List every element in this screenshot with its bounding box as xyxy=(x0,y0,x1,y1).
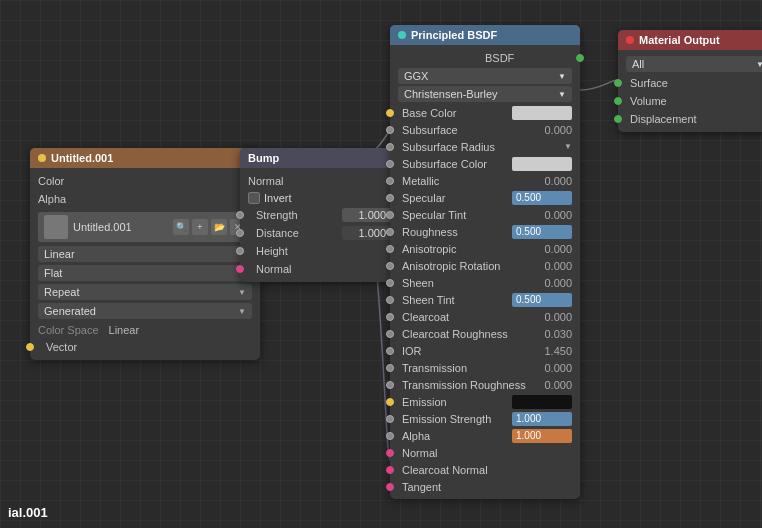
principled-alpha-bar-value: 1.000 xyxy=(516,430,541,441)
principled-specular-tint-socket[interactable] xyxy=(386,211,394,219)
principled-clearcoat-normal-label: Clearcoat Normal xyxy=(398,464,572,476)
principled-bsdf-output-label: BSDF xyxy=(485,52,572,64)
principled-clearcoat-normal-row: Clearcoat Normal xyxy=(390,461,580,478)
principled-clearcoat-roughness-socket[interactable] xyxy=(386,330,394,338)
projection-value: Generated xyxy=(44,305,96,317)
principled-sheen-tint-label: Sheen Tint xyxy=(398,294,512,306)
bump-height-socket[interactable] xyxy=(236,247,244,255)
bump-normal-input-label: Normal xyxy=(248,263,392,275)
texture-node-header: Untitled.001 xyxy=(30,148,260,168)
principled-ior-row: IOR 1.450 xyxy=(390,342,580,359)
principled-specular-label: Specular xyxy=(398,192,512,204)
material-output-volume-socket[interactable] xyxy=(614,97,622,105)
principled-anisotropic-socket[interactable] xyxy=(386,245,394,253)
principled-roughness-socket[interactable] xyxy=(386,228,394,236)
material-output-displacement-label: Displacement xyxy=(626,113,697,125)
principled-sheen-tint-bar[interactable]: 0.500 xyxy=(512,293,572,307)
material-output-dot xyxy=(626,36,634,44)
principled-roughness-bar[interactable]: 0.500 xyxy=(512,225,572,239)
extension-value: Flat xyxy=(44,267,62,279)
interpolation-value: Linear xyxy=(44,248,75,260)
bump-node: Bump Normal Invert Strength 1.000 Distan… xyxy=(240,148,400,282)
extension-dropdown[interactable]: Flat xyxy=(38,265,252,281)
principled-subsurface-socket[interactable] xyxy=(386,126,394,134)
principled-sheen-tint-socket[interactable] xyxy=(386,296,394,304)
texture-browse-icon[interactable]: 🔍 xyxy=(173,219,189,235)
principled-specular-tint-value: 0.000 xyxy=(537,209,572,221)
texture-new-icon[interactable]: + xyxy=(192,219,208,235)
bump-normal-socket-in[interactable] xyxy=(236,265,244,273)
principled-anisotropic-rotation-socket[interactable] xyxy=(386,262,394,270)
texture-title: Untitled.001 xyxy=(51,152,113,164)
bump-strength-value[interactable]: 1.000 xyxy=(342,208,392,222)
principled-alpha-bar[interactable]: 1.000 xyxy=(512,429,572,443)
principled-ior-socket[interactable] xyxy=(386,347,394,355)
principled-alpha-socket[interactable] xyxy=(386,432,394,440)
bump-invert-checkbox[interactable] xyxy=(248,192,260,204)
principled-distribution-dropdown[interactable]: GGX xyxy=(398,68,572,84)
principled-roughness-label: Roughness xyxy=(398,226,512,238)
principled-anisotropic-rotation-value: 0.000 xyxy=(537,260,572,272)
principled-sheen-label: Sheen xyxy=(398,277,537,289)
principled-base-color-socket[interactable] xyxy=(386,109,394,117)
principled-clearcoat-normal-socket[interactable] xyxy=(386,466,394,474)
principled-emission-strength-socket[interactable] xyxy=(386,415,394,423)
material-output-volume-row: Volume xyxy=(618,92,762,110)
principled-transmission-socket[interactable] xyxy=(386,364,394,372)
principled-specular-bar[interactable]: 0.500 xyxy=(512,191,572,205)
principled-metallic-socket[interactable] xyxy=(386,177,394,185)
principled-tangent-socket[interactable] xyxy=(386,483,394,491)
material-output-surface-socket[interactable] xyxy=(614,79,622,87)
principled-subsurface-color-swatch[interactable] xyxy=(512,157,572,171)
bump-strength-socket[interactable] xyxy=(236,211,244,219)
bump-normal-output-label: Normal xyxy=(248,175,392,187)
principled-emission-strength-bar[interactable]: 1.000 xyxy=(512,412,572,426)
principled-subsurface-radius-arrow: ▼ xyxy=(564,142,572,151)
principled-subsurface-radius-socket[interactable] xyxy=(386,143,394,151)
material-output-displacement-socket[interactable] xyxy=(614,115,622,123)
principled-transmission-roughness-socket[interactable] xyxy=(386,381,394,389)
principled-specular-socket[interactable] xyxy=(386,194,394,202)
principled-clearcoat-socket[interactable] xyxy=(386,313,394,321)
principled-node-body: BSDF GGX Christensen-Burley Base Color S… xyxy=(390,45,580,499)
principled-subsurface-method-dropdown[interactable]: Christensen-Burley xyxy=(398,86,572,102)
principled-distribution-value: GGX xyxy=(404,70,428,82)
principled-subsurface-color-row: Subsurface Color xyxy=(390,155,580,172)
principled-emission-socket[interactable] xyxy=(386,398,394,406)
bump-distance-label: Distance xyxy=(248,227,338,239)
interpolation-dropdown[interactable]: Linear xyxy=(38,246,252,262)
bump-strength-row: Strength 1.000 xyxy=(240,206,400,224)
principled-subsurface-color-socket[interactable] xyxy=(386,160,394,168)
principled-metallic-value: 0.000 xyxy=(537,175,572,187)
texture-color-row: Color xyxy=(30,172,260,190)
principled-bsdf-socket[interactable] xyxy=(576,54,584,62)
bump-distance-socket[interactable] xyxy=(236,229,244,237)
principled-clearcoat-roughness-row: Clearcoat Roughness 0.030 xyxy=(390,325,580,342)
bump-normal-output: Normal xyxy=(240,172,400,190)
principled-sheen-socket[interactable] xyxy=(386,279,394,287)
texture-alpha-label: Alpha xyxy=(38,193,252,205)
material-output-volume-label: Volume xyxy=(626,95,667,107)
principled-alpha-row: Alpha 1.000 xyxy=(390,427,580,444)
bump-title: Bump xyxy=(248,152,279,164)
principled-subsurface-value: 0.000 xyxy=(537,124,572,136)
bump-node-header: Bump xyxy=(240,148,400,168)
texture-vector-socket[interactable] xyxy=(26,343,34,351)
repeat-dropdown[interactable]: Repeat xyxy=(38,284,252,300)
principled-roughness-row: Roughness 0.500 xyxy=(390,223,580,240)
principled-subsurface-method-value: Christensen-Burley xyxy=(404,88,498,100)
principled-ior-label: IOR xyxy=(398,345,537,357)
texture-node-body: Color Alpha Untitled.001 🔍 + 📂 ✕ Linear … xyxy=(30,168,260,360)
principled-base-color-swatch[interactable] xyxy=(512,106,572,120)
principled-emission-strength-value: 1.000 xyxy=(516,413,541,424)
texture-open-icon[interactable]: 📂 xyxy=(211,219,227,235)
principled-emission-swatch[interactable] xyxy=(512,395,572,409)
bump-distance-value[interactable]: 1.000 xyxy=(342,226,392,240)
bottom-label: ial.001 xyxy=(8,505,48,520)
material-output-dropdown[interactable]: All xyxy=(626,56,762,72)
principled-subsurface-row: Subsurface 0.000 xyxy=(390,121,580,138)
projection-dropdown[interactable]: Generated xyxy=(38,303,252,319)
principled-normal-socket[interactable] xyxy=(386,449,394,457)
bump-invert-label: Invert xyxy=(264,192,292,204)
bump-height-row: Height xyxy=(240,242,400,260)
